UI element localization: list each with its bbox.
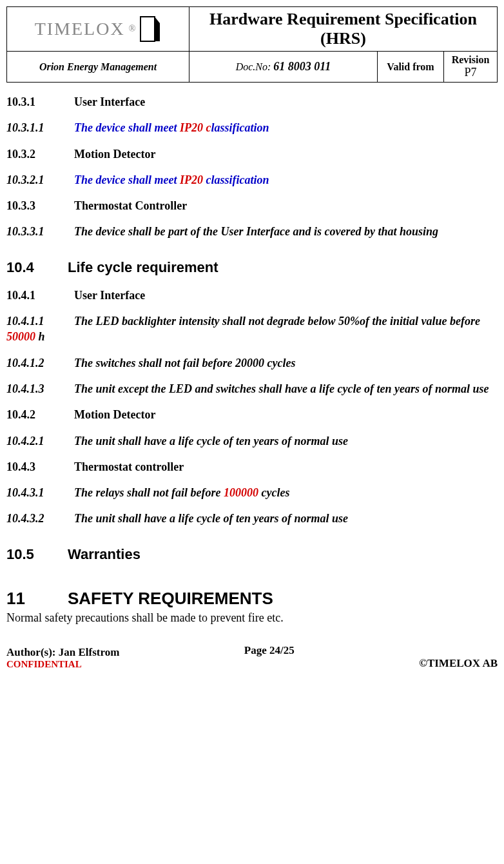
sec-num: 10.4.2 <box>6 407 74 422</box>
sec-num: 10.4.1.1 <box>6 313 74 329</box>
sec-num: 10.4.3.1 <box>6 485 74 500</box>
sec-num: 11 <box>6 589 68 609</box>
logo-cell: TIMELOX® <box>7 7 189 52</box>
sec-title: Motion Detector <box>74 148 155 161</box>
sec-title: Life cycle requirement <box>68 259 218 275</box>
logo-registered-icon: ® <box>129 24 136 34</box>
req-10-4-3-1: 10.4.3.1The relays shall not fail before… <box>6 485 498 500</box>
req-10-4-1-3: 10.4.1.3The unit except the LED and swit… <box>6 381 498 397</box>
req-10-4-2-1: 10.4.2.1The unit shall have a life cycle… <box>6 433 498 449</box>
svg-rect-0 <box>141 17 155 41</box>
sec-title: Warranties <box>68 546 141 562</box>
sec-num: 10.4.1 <box>6 288 74 303</box>
req-10-3-3-1: 10.3.3.1The device shall be part of the … <box>6 224 498 239</box>
heading-11: 11SAFETY REQUIREMENTS <box>6 589 498 609</box>
heading-10-3-2: 10.3.2Motion Detector <box>6 146 498 162</box>
sec-num: 10.3.2 <box>6 146 74 162</box>
req-10-4-1-2: 10.4.1.2The switches shall not fail befo… <box>6 355 498 371</box>
heading-10-4: 10.4Life cycle requirement <box>6 259 498 276</box>
page-footer: Author(s): Jan Elfstrom CONFIDENTIAL Pag… <box>6 644 498 670</box>
req-text: The unit shall have a life cycle of ten … <box>74 435 348 447</box>
heading-10-4-3: 10.4.3Thermostat controller <box>6 459 498 475</box>
sec-num: 10.3.1.1 <box>6 120 74 135</box>
req-text: The relays shall not fail before 100000 … <box>74 486 289 499</box>
page-number: Page 24/25 <box>119 644 419 657</box>
author-line: Author(s): Jan Elfstrom <box>6 646 119 659</box>
sec-num: 10.5 <box>6 546 68 563</box>
heading-10-4-2: 10.4.2Motion Detector <box>6 407 498 422</box>
req-text: The device shall meet IP20 classificatio… <box>74 173 269 186</box>
docno-label: Doc.No: <box>236 61 271 72</box>
revision-value: P7 <box>448 66 493 79</box>
sec-num: 10.3.2.1 <box>6 172 74 188</box>
revision-cell: Revision P7 <box>444 52 498 83</box>
sec-title: Motion Detector <box>74 408 155 421</box>
heading-10-4-1: 10.4.1User Interface <box>6 288 498 303</box>
confidential-label: CONFIDENTIAL <box>6 659 119 670</box>
sec-num: 10.3.3.1 <box>6 224 74 239</box>
logo-tag-icon <box>139 15 161 43</box>
sec-num: 10.4.1.2 <box>6 355 74 371</box>
sec-title: Thermostat controller <box>74 460 184 473</box>
req-text: The device shall be part of the User Int… <box>74 225 438 238</box>
heading-10-3-3: 10.3.3Thermostat Controller <box>6 198 498 213</box>
section-11-body: Normal safety precautions shall be made … <box>6 611 498 625</box>
req-10-3-1-1: 10.3.1.1The device shall meet IP20 class… <box>6 120 498 135</box>
svg-marker-1 <box>155 17 160 41</box>
sec-num: 10.4.1.3 <box>6 381 74 397</box>
sec-num: 10.4.2.1 <box>6 433 74 449</box>
document-header: TIMELOX® Hardware Requirement Specificat… <box>6 6 498 83</box>
heading-10-5: 10.5Warranties <box>6 546 498 563</box>
sec-title: Thermostat Controller <box>74 199 187 212</box>
copyright: ©TIMELOX AB <box>419 657 498 670</box>
doc-title: Hardware Requirement Specification (HRS) <box>189 7 498 52</box>
sec-num: 10.4.3 <box>6 459 74 475</box>
req-10-4-3-2: 10.4.3.2The unit shall have a life cycle… <box>6 511 498 526</box>
sec-num: 10.4 <box>6 259 68 276</box>
project-name: Orion Energy Management <box>7 52 189 83</box>
req-text: The unit except the LED and switches sha… <box>74 382 489 395</box>
document-body: 10.3.1User Interface 10.3.1.1The device … <box>6 94 498 625</box>
sec-title: User Interface <box>74 289 145 302</box>
logo-text: TIMELOX <box>35 19 125 39</box>
sec-num: 10.3.1 <box>6 94 74 110</box>
revision-label: Revision <box>448 54 493 66</box>
req-text: The LED backlighter intensity shall not … <box>6 315 480 343</box>
docno-value: 61 8003 011 <box>273 60 331 73</box>
sec-num: 10.3.3 <box>6 198 74 213</box>
doc-number-cell: Doc.No: 61 8003 011 <box>189 52 378 83</box>
req-text: The unit shall have a life cycle of ten … <box>74 512 348 525</box>
req-10-3-2-1: 10.3.2.1The device shall meet IP20 class… <box>6 172 498 188</box>
sec-num: 10.4.3.2 <box>6 511 74 526</box>
valid-from-cell: Valid from <box>378 52 444 83</box>
valid-from-label: Valid from <box>382 61 440 73</box>
heading-10-3-1: 10.3.1User Interface <box>6 94 498 110</box>
sec-title: SAFETY REQUIREMENTS <box>68 589 273 608</box>
req-10-4-1-1: 10.4.1.1The LED backlighter intensity sh… <box>6 313 498 345</box>
req-text: The switches shall not fail before 20000… <box>74 357 295 369</box>
sec-title: User Interface <box>74 95 145 108</box>
req-text: The device shall meet IP20 classificatio… <box>74 121 269 134</box>
